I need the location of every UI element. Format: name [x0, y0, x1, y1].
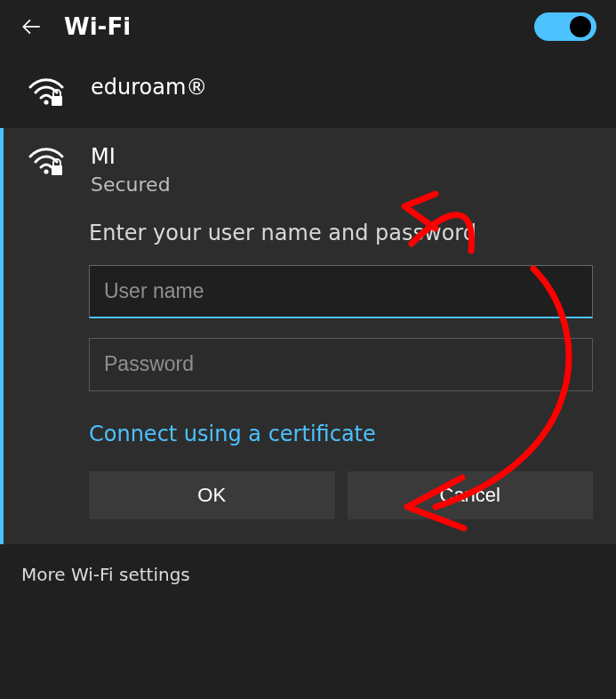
- svg-point-1: [44, 100, 48, 104]
- network-item-eduroam[interactable]: eduroam®: [0, 53, 616, 128]
- connect-certificate-link[interactable]: Connect using a certificate: [89, 422, 376, 446]
- back-button[interactable]: [20, 15, 43, 38]
- network-name: eduroam®: [91, 75, 207, 100]
- svg-point-3: [44, 169, 48, 173]
- wifi-secure-icon: [28, 78, 64, 107]
- wifi-toggle[interactable]: [534, 12, 596, 41]
- selected-network-status: Secured: [91, 173, 171, 196]
- username-input[interactable]: [89, 265, 593, 318]
- selected-network-panel: MI Secured Enter your user name and pass…: [0, 128, 616, 544]
- cancel-button[interactable]: Cancel: [348, 471, 594, 519]
- header: Wi-Fi: [0, 0, 616, 53]
- wifi-secure-icon: [28, 148, 64, 176]
- selected-network-name: MI: [91, 144, 171, 170]
- password-input[interactable]: [89, 338, 593, 391]
- more-wifi-settings-link[interactable]: More Wi-Fi settings: [0, 544, 616, 605]
- credentials-prompt: Enter your user name and password: [89, 221, 596, 245]
- svg-rect-2: [52, 96, 62, 106]
- ok-button[interactable]: OK: [89, 471, 335, 519]
- svg-rect-4: [52, 165, 62, 175]
- page-title: Wi-Fi: [64, 13, 131, 40]
